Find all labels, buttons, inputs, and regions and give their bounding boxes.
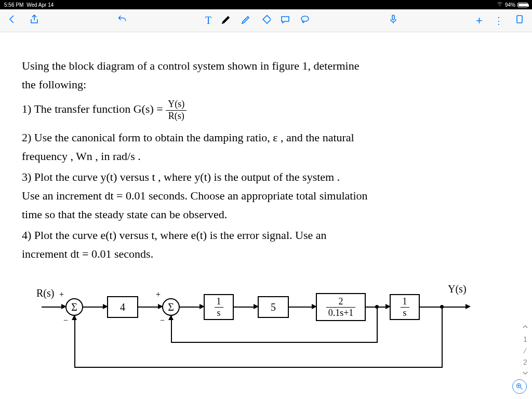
page-up-button[interactable] [522,323,529,332]
app-toolbar: T + ⋮ [0,9,532,32]
hw-line6: 3) Plot the curve y(t) versus t , where … [22,170,340,184]
sigma-icon: Σ [168,301,174,313]
hw-line1: Using the block diagram of a control sys… [22,59,359,73]
share-button[interactable] [29,14,39,27]
more-button[interactable]: ⋮ [494,15,503,26]
wire [289,307,313,308]
frac-den: R(s) [166,111,187,122]
wire [83,307,104,308]
hw-line9: 4) Plot the curve e(t) versus t, where e… [22,229,326,242]
svg-rect-4 [517,16,522,23]
frac-num: 1 [215,296,223,308]
hw-line4: 2) Use the canonical form to obtain the … [22,131,354,144]
pen-tool[interactable] [221,15,231,27]
undo-button[interactable] [117,14,127,27]
page-current: 1 [523,335,527,343]
shape-tool[interactable] [260,15,271,27]
frac-num: 1 [401,296,409,308]
wifi-icon [497,1,503,8]
svg-rect-1 [263,15,271,23]
transfer-function-block: 20.1s+1 [316,293,366,321]
hw-line8: time so that the steady state can be obs… [22,208,227,221]
gain-block-4: 4 [107,296,138,318]
summing-junction-2: Σ [162,298,180,316]
gain-value: 4 [120,301,125,313]
label-output: Y(s) [448,283,467,295]
svg-point-2 [301,16,309,21]
comment-tool[interactable] [280,15,290,27]
arrowhead-icon [466,304,471,309]
hw-line2: the following: [22,78,86,91]
hw-line7: Use an increment dt = 0.01 seconds. Choo… [22,189,368,203]
sign-minus-2: − [160,316,165,325]
text-tool[interactable]: T [205,15,211,26]
zoom-button[interactable] [512,379,527,394]
frac-num: 2 [326,296,356,308]
integrator-block-2: 1s [390,294,420,320]
wire [180,307,201,308]
sign-plus-2: + [156,290,161,299]
page-down-button[interactable] [522,369,529,378]
pages-button[interactable] [514,14,525,27]
mic-button[interactable] [388,14,398,27]
hw-line10: increment dt = 0.01 seconds. [22,247,153,261]
wire [42,307,62,308]
status-time: 5:56 PM [4,2,23,8]
gain-value: 5 [271,301,276,313]
hw-line3: 1) The transfer function G(s) = Y(s) R(s… [22,99,187,122]
block-diagram: R(s) Y(s) Σ + − 4 Σ + − 1s 5 2 [36,287,473,388]
gain-block-5: 5 [258,296,289,318]
svg-point-0 [499,6,500,6]
wire [138,307,159,308]
hw-line3a: 1) The transfer function G(s) = [22,102,166,115]
status-date: Wed Apr 14 [26,2,54,8]
svg-rect-3 [392,15,394,20]
battery-icon [517,3,528,7]
wire [74,367,443,368]
label-input: R(s) [36,287,54,299]
wire [74,316,75,368]
sigma-icon: Σ [71,301,77,313]
page-navigator: 1 ⁄ 2 [522,323,529,378]
page-sep: ⁄ [525,347,526,355]
sign-minus-1: − [63,316,68,325]
add-button[interactable]: + [476,14,483,28]
arrowhead-icon [168,315,174,320]
page-total: 2 [523,358,527,366]
sign-plus-1: + [59,290,64,299]
integrator-block-1: 1s [204,294,234,320]
wire [377,307,378,343]
wire [234,307,255,308]
hw-line5: frequency , Wn , in rad/s . [22,150,141,163]
wire [442,307,443,368]
arrowhead-icon [72,315,77,320]
pencil-tool[interactable] [241,15,251,27]
wire [171,342,378,343]
note-canvas[interactable]: Using the block diagram of a control sys… [0,32,532,399]
status-bar: 5:56 PM Wed Apr 14 94% [0,0,532,9]
frac-den: s [215,308,223,318]
back-button[interactable] [7,14,18,27]
pickoff-node [375,305,379,309]
frac-den: 0.1s+1 [326,308,356,318]
battery-pct: 94% [505,2,515,8]
lasso-tool[interactable] [300,15,310,27]
pickoff-node [440,305,444,309]
summing-junction-1: Σ [65,298,83,316]
fraction-Ys-Rs: Y(s) R(s) [166,99,187,122]
frac-den: s [401,308,409,318]
frac-num: Y(s) [166,99,187,111]
